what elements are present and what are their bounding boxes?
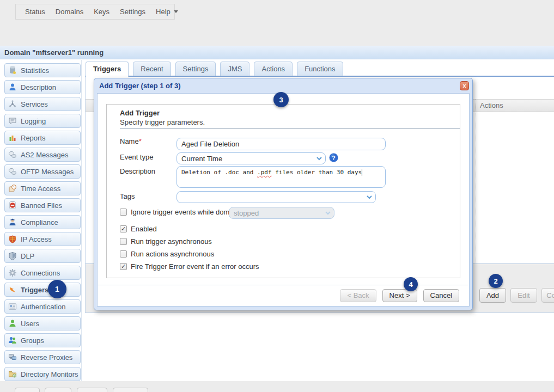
run-trigger-async-label: Run trigger asynchronous [131,237,212,246]
sidebar-item-reports[interactable]: Reports [4,131,81,145]
card-subheading: Specify trigger parameters. [120,118,205,126]
reports-icon [8,133,17,142]
enabled-label: Enabled [131,225,157,233]
step-badge-4: 4 [404,277,418,291]
dlp-icon [8,252,17,260]
menu-status[interactable]: Status [25,8,45,16]
time-access-icon [8,184,17,193]
bottom-partial-button-2[interactable] [45,388,71,392]
run-actions-async-checkbox[interactable] [120,250,127,258]
sidebar: Statistics Description Services Logging … [0,60,82,381]
column-separator [476,99,476,112]
sidebar-item-ip-access[interactable]: IP Access [4,232,81,246]
menu-help[interactable]: Help [156,8,178,16]
sidebar-item-reverse-proxies[interactable]: Reverse Proxies [4,350,81,364]
triggers-icon [8,285,17,294]
as2-messages-icon [8,150,17,159]
tab-settings[interactable]: Settings [175,62,216,76]
menu-help-label: Help [156,8,171,16]
ignore-events-checkbox[interactable] [120,209,127,216]
actions-column-header: Actions [480,100,503,112]
ip-access-icon [8,235,17,243]
sidebar-item-authentication[interactable]: Authentication [4,299,81,314]
statistics-icon [8,66,17,75]
chevron-down-icon [174,10,178,13]
chevron-down-icon [325,211,331,215]
back-button[interactable]: < Back [340,289,376,302]
event-type-select[interactable]: Current Time [176,152,326,164]
tab-actions[interactable]: Actions [254,62,293,76]
close-icon[interactable]: x [460,81,469,90]
sidebar-item-logging[interactable]: Logging [4,114,81,128]
fire-trigger-error-label: Fire Trigger Error event if an error occ… [131,262,259,271]
run-actions-async-label: Run actions asynchronous [131,250,214,258]
description-label: Description [120,167,155,175]
bottom-band [0,381,554,392]
cancel-button[interactable]: Cancel [423,289,459,302]
directory-monitors-icon [8,370,17,378]
step-badge-3: 3 [273,92,289,107]
domain-status-text: Domain "mftserver1" running [4,48,104,57]
column-separator [476,113,476,263]
sidebar-item-connections[interactable]: Connections [4,266,81,280]
step-badge-1: 1 [48,280,66,298]
tab-jms[interactable]: JMS [220,62,249,76]
add-trigger-button[interactable]: Add [479,288,506,303]
edit-trigger-button[interactable]: Edit [510,288,537,303]
description-icon [8,83,17,91]
help-icon[interactable]: ? [329,153,338,162]
bottom-partial-button-3[interactable] [77,388,107,392]
dialog-body: Add Trigger Specify trigger parameters. … [97,93,470,307]
services-icon [8,100,17,108]
sidebar-item-description[interactable]: Description [4,80,81,94]
sidebar-item-banned-files[interactable]: Banned Files [4,198,81,212]
tags-label: Tags [120,192,135,200]
sidebar-item-compliance[interactable]: Compliance [4,215,81,229]
enabled-checkbox[interactable]: ✓ [120,225,127,232]
menu-settings[interactable]: Settings [120,8,145,16]
bottom-partial-button-1[interactable] [15,388,40,392]
description-field[interactable]: Deletion of .doc and .pdf files older th… [176,166,386,188]
sidebar-item-oftp-messages[interactable]: OFTP Messages [4,164,81,179]
dialog-title: Add Trigger (step 1 of 3) [94,78,472,93]
run-trigger-async-checkbox[interactable] [120,238,127,245]
app-screen: Status Domains Keys Settings Help Domain… [0,0,554,392]
oftp-messages-icon [8,167,17,176]
users-icon [8,319,17,328]
domain-status-bar: Domain "mftserver1" running [0,46,554,59]
sidebar-item-statistics[interactable]: Statistics [4,63,81,77]
sidebar-item-time-access[interactable]: Time Access [4,181,81,195]
menu-domains[interactable]: Domains [56,8,83,16]
sidebar-item-users[interactable]: Users [4,316,81,330]
text-caret [362,169,362,176]
sidebar-item-triggers[interactable]: Triggers [4,283,81,297]
event-type-label: Event type [120,153,153,161]
sidebar-item-services[interactable]: Services [4,97,81,111]
divider [120,128,460,129]
sidebar-item-groups[interactable]: Groups [4,333,81,347]
menu-keys[interactable]: Keys [94,8,109,16]
trigger-parameters-card: Add Trigger Specify trigger parameters. … [106,104,460,278]
sidebar-item-dlp[interactable]: DLP [4,249,81,263]
tab-triggers[interactable]: Triggers [86,62,129,77]
top-strip: Status Domains Keys Settings Help [0,0,554,46]
tab-recent[interactable]: Recent [133,62,171,76]
svg-text:?: ? [332,155,335,161]
banned-files-icon [8,201,17,210]
connections-icon [8,268,17,277]
fire-trigger-error-checkbox[interactable]: ✓ [120,263,127,270]
authentication-icon [8,302,17,311]
tags-select[interactable] [176,191,376,203]
sidebar-item-as2-messages[interactable]: AS2 Messages [4,148,81,162]
name-field[interactable] [176,138,386,150]
bottom-partial-button-4[interactable] [113,388,148,392]
copy-trigger-button[interactable]: Copy [541,288,554,303]
compliance-icon [8,218,17,226]
logging-icon [8,117,17,125]
required-asterisk: * [139,137,142,145]
tab-functions[interactable]: Functions [297,62,343,76]
sidebar-item-directory-monitors[interactable]: Directory Monitors [4,367,81,381]
groups-icon [8,336,17,345]
main-menubar: Status Domains Keys Settings Help [15,4,175,20]
add-trigger-dialog: Add Trigger (step 1 of 3) x Add Trigger … [94,78,473,310]
